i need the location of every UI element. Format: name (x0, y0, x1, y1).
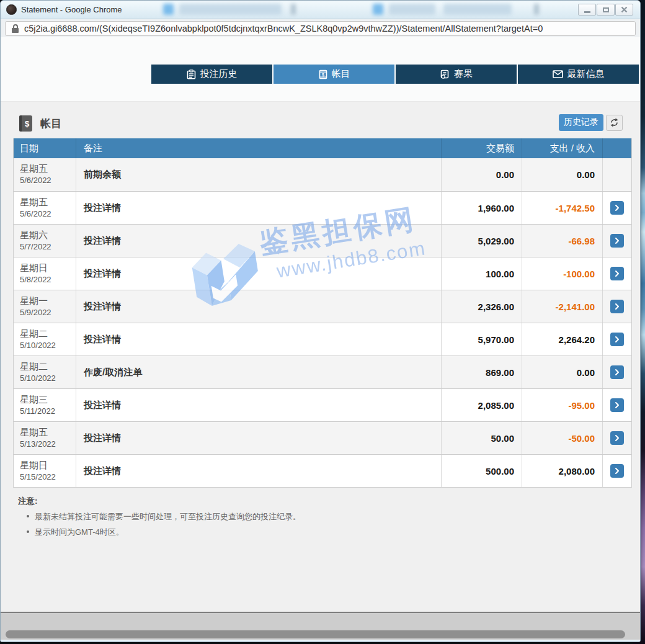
detail-cell (602, 323, 631, 356)
remark-cell: 投注详情 (76, 225, 441, 257)
net-cell: 2,080.00 (522, 455, 602, 487)
row-weekday: 星期六 (20, 229, 69, 241)
history-record-button[interactable]: 历史记录 (559, 114, 603, 131)
row-remark: 投注详情 (84, 432, 121, 444)
minimize-button[interactable] (578, 4, 596, 16)
row-detail-button[interactable] (610, 431, 624, 445)
url-text: c5j2ia.gi6688.com/(S(xideqseTI9Z6onlvabp… (24, 24, 543, 34)
row-amount: 500.00 (486, 466, 514, 476)
results-icon (440, 69, 450, 79)
chevron-right-icon (614, 336, 620, 343)
remark-cell: 投注详情 (76, 389, 441, 421)
remark-cell: 投注详情 (76, 323, 441, 356)
row-remark: 投注详情 (84, 400, 121, 411)
background-tab-text (179, 4, 282, 15)
row-weekday: 星期一 (20, 295, 69, 307)
row-amount: 100.00 (486, 269, 514, 279)
row-amount: 1,960.00 (478, 203, 514, 213)
row-date: 5/7/2022 (20, 242, 69, 251)
row-net: 2,080.00 (559, 466, 595, 476)
row-detail-button[interactable] (610, 333, 624, 346)
row-amount: 50.00 (491, 433, 514, 444)
row-detail-button[interactable] (610, 464, 624, 478)
row-remark: 投注详情 (84, 465, 121, 477)
background-tab-text (389, 4, 435, 15)
detail-cell (602, 192, 631, 224)
remark-cell: 投注详情 (76, 257, 441, 290)
row-detail-button[interactable] (610, 234, 624, 248)
background-tab-close (291, 4, 296, 15)
row-weekday: 星期二 (20, 360, 69, 373)
row-remark: 投注详情 (84, 301, 121, 313)
amount-cell: 100.00 (441, 257, 522, 290)
note-text: 显示时间为GMT-4时区。 (35, 527, 124, 538)
url-bar[interactable]: c5j2ia.gi6688.com/(S(xideqseTI9Z6onlvabp… (5, 21, 636, 36)
net-cell: -66.98 (522, 225, 602, 257)
detail-cell (602, 257, 631, 290)
row-detail-button[interactable] (610, 300, 624, 313)
row-amount: 869.00 (486, 367, 514, 378)
row-detail-button[interactable] (610, 398, 624, 412)
maximize-button[interactable] (597, 4, 615, 16)
net-cell: 0.00 (522, 158, 602, 191)
remark-cell: 投注详情 (76, 290, 441, 323)
date-cell: 星期五 5/13/2022 (14, 422, 76, 454)
refresh-button[interactable] (606, 115, 623, 131)
row-detail-button[interactable] (610, 365, 624, 379)
scrollbar-thumb[interactable] (6, 630, 625, 638)
net-cell: 0.00 (522, 356, 602, 388)
browser-window: Statement - Google Chrome c5j2ia.gi6688.… (0, 0, 641, 642)
close-button[interactable] (615, 4, 633, 16)
row-net: 2,264.20 (559, 334, 595, 345)
tab-bet-history[interactable]: 投注历史 (151, 65, 272, 84)
row-date: 5/9/2022 (20, 308, 69, 317)
row-amount: 5,970.00 (478, 334, 514, 345)
amount-cell: 869.00 (441, 356, 522, 388)
ledger-icon: $ (318, 69, 327, 79)
window-favicon (6, 4, 17, 15)
window-titlebar[interactable]: Statement - Google Chrome (1, 1, 640, 19)
table-row: 星期五 5/6/2022 前期余额 0.00 0.00 (14, 158, 631, 191)
chevron-right-icon (614, 270, 620, 277)
background-tab-text (443, 4, 512, 15)
amount-cell: 2,085.00 (441, 389, 522, 421)
row-amount: 2,085.00 (478, 400, 514, 411)
net-cell: 2,264.20 (522, 323, 602, 356)
remark-cell: 投注详情 (76, 422, 441, 454)
note-item: 最新未结算投注可能需要一些时间处理，可至投注历史查询您的投注纪录。 (18, 511, 301, 522)
row-detail-button[interactable] (610, 201, 624, 215)
close-icon (621, 6, 628, 13)
row-detail-button[interactable] (610, 267, 624, 280)
chevron-right-icon (614, 434, 620, 442)
tab-label: 投注历史 (200, 68, 238, 80)
remark-cell: 前期余额 (76, 158, 441, 191)
header-amount: 交易额 (441, 138, 522, 158)
amount-cell: 0.00 (441, 158, 522, 191)
net-cell: -95.00 (522, 389, 602, 421)
row-net: -66.98 (568, 236, 595, 246)
header-date: 日期 (14, 138, 76, 158)
date-cell: 星期三 5/11/2022 (14, 389, 76, 421)
row-weekday: 星期日 (20, 262, 69, 274)
row-weekday: 星期五 (20, 426, 69, 439)
chevron-right-icon (614, 467, 620, 475)
detail-cell (602, 225, 631, 257)
tab-statement[interactable]: $ 帐目 (274, 65, 394, 84)
table-row: 星期一 5/9/2022 投注详情 2,326.00 -2,141.00 (14, 290, 631, 323)
remark-cell: 投注详情 (76, 455, 441, 487)
row-net: 0.00 (577, 367, 595, 378)
minimize-icon (584, 11, 590, 13)
window-title: Statement - Google Chrome (21, 5, 122, 14)
row-remark: 投注详情 (84, 202, 121, 214)
chevron-right-icon (614, 237, 620, 244)
date-cell: 星期二 5/10/2022 (14, 356, 76, 388)
note-item: 显示时间为GMT-4时区。 (18, 527, 301, 538)
row-net: -1,742.50 (556, 203, 595, 213)
date-cell: 星期六 5/7/2022 (14, 225, 76, 257)
background-tab-icon (163, 4, 174, 15)
tab-results[interactable]: 赛果 (396, 65, 517, 84)
clipboard-icon (187, 69, 196, 79)
account-ledger-icon: $ (19, 115, 32, 132)
tab-latest-news[interactable]: 最新信息 (518, 65, 639, 84)
background-tab-icon (373, 4, 383, 15)
